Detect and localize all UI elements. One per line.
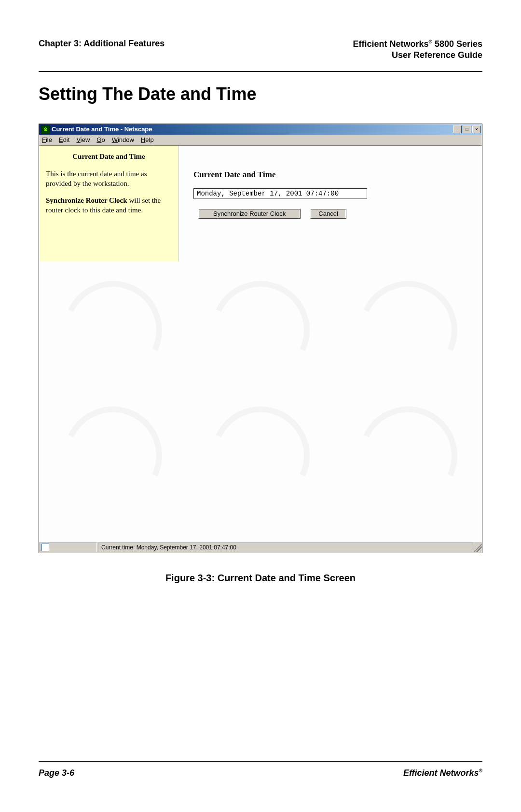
window-title: Current Date and Time - Netscape (52, 126, 152, 133)
maximize-button[interactable]: □ (463, 126, 471, 133)
page-number: Page 3-6 (39, 768, 74, 778)
menu-edit[interactable]: Edit (59, 136, 69, 143)
main-pane: Current Date and Time Monday, September … (179, 146, 482, 542)
figure-caption: Figure 3-3: Current Date and Time Screen (39, 573, 482, 584)
footer-rule (39, 761, 482, 762)
netscape-icon: ※ (41, 125, 50, 134)
menu-view[interactable]: View (76, 136, 90, 143)
sidebar-panel: Current Date and Time This is the curren… (39, 146, 179, 262)
section-title: Setting The Date and Time (39, 84, 482, 104)
sidebar-title: Current Date and Time (46, 152, 172, 161)
content-area: Current Date and Time This is the curren… (39, 146, 482, 542)
main-title: Current Date and Time (193, 170, 472, 180)
menu-window[interactable]: Window (112, 136, 134, 143)
page-header: Chapter 3: Additional Features Efficient… (39, 39, 482, 61)
close-button[interactable]: × (472, 126, 481, 133)
cancel-button[interactable]: Cancel (310, 209, 346, 219)
menu-file[interactable]: File (42, 136, 52, 143)
sidebar-desc-2: Synchronize Router Clock will set the ro… (46, 196, 172, 215)
menu-bar: File Edit View Go Window Help (39, 135, 482, 146)
header-rule (39, 71, 482, 72)
menu-help[interactable]: Help (141, 136, 154, 143)
status-bar: Current time: Monday, September 17, 2001… (39, 542, 482, 553)
minimize-button[interactable]: _ (453, 126, 462, 133)
sidebar-desc-1: This is the current date and time as pro… (46, 169, 172, 189)
document-icon (41, 544, 49, 551)
datetime-field[interactable]: Monday, September 17, 2001 07:47:00 (193, 188, 367, 199)
menu-go[interactable]: Go (96, 136, 105, 143)
page-footer: Page 3-6 Efficient Networks® (39, 761, 482, 778)
chapter-label: Chapter 3: Additional Features (39, 39, 165, 49)
status-text: Current time: Monday, September 17, 2001… (98, 543, 473, 552)
resize-grip[interactable] (474, 543, 482, 552)
status-icon-segment (39, 543, 97, 552)
netscape-window: ※ Current Date and Time - Netscape _ □ ×… (39, 124, 482, 553)
sync-router-clock-button[interactable]: Synchronize Router Clock (198, 209, 301, 219)
footer-brand: Efficient Networks® (403, 768, 482, 778)
window-titlebar[interactable]: ※ Current Date and Time - Netscape _ □ × (39, 124, 482, 135)
product-label: Efficient Networks® 5800 Series User Ref… (353, 39, 482, 61)
